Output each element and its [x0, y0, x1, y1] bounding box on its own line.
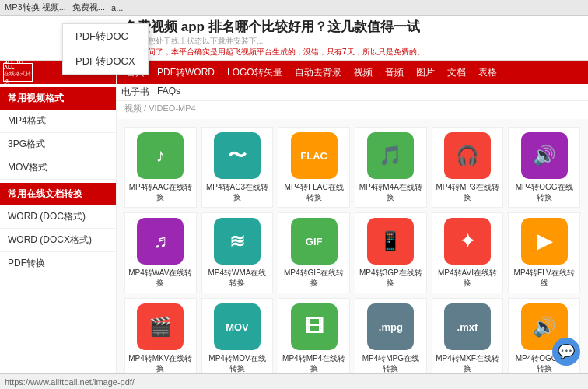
icon-label-15: MP4转MPG在线转换 [359, 353, 423, 373]
article-main-title: 免费视频 app 排名哪个比较好用？这几款值得一试 [124, 18, 464, 36]
nav-table[interactable]: 表格 [472, 61, 503, 84]
breadcrumb: 视频 / VIDEO-MP4 [117, 101, 588, 116]
chat-button[interactable]: 💬 [552, 338, 580, 366]
icon-label-3: MP4转M4A在线转换 [359, 182, 423, 202]
nav-bg-remove[interactable]: 自动去背景 [289, 61, 348, 84]
nav-ebook[interactable]: 电子书 [121, 86, 149, 99]
bottom-bar: https://www.allttoall.net/image-pdf/ [0, 373, 588, 389]
icon-label-6: MP4转WAV在线转换 [128, 268, 193, 288]
icon-label-8: MP4转GIF在线转换 [282, 268, 346, 288]
sidebar-item-mp4[interactable]: MP4格式 [0, 110, 116, 133]
icon-label-9: MP4转3GP在线转换 [359, 268, 423, 288]
icon-item-15[interactable]: .mpgMP4转MPG在线转换 [355, 298, 427, 379]
logo[interactable]: ALL TO ALL 在线格式转换 [3, 63, 33, 82]
nav-video[interactable]: 视频 [348, 61, 379, 84]
nav-audio[interactable]: 音频 [379, 61, 410, 84]
icon-label-0: MP4转AAC在线转换 [128, 182, 193, 202]
status-url: https://www.allttoall.net/image-pdf/ [5, 377, 135, 387]
icon-item-3[interactable]: 🎵MP4转M4A在线转换 [355, 127, 427, 208]
icon-item-10[interactable]: ✦MP4转AVI在线转换 [432, 212, 504, 293]
nav-logo-convert[interactable]: LOGO转矢量 [221, 61, 289, 84]
tab3[interactable]: a... [111, 3, 123, 12]
dropdown-item-pdf-doc[interactable]: PDF转DOC [63, 24, 148, 49]
dropdown-item-pdf-docx[interactable]: PDF转DOCX [63, 49, 148, 74]
content-area: ♪MP4转AAC在线转换〜MP4转AC3在线转换FLACMP4转FLAC在线转换… [117, 119, 588, 389]
icon-label-13: MP4转MOV在线转换 [205, 353, 270, 373]
icon-item-6[interactable]: ♬MP4转WAV在线转换 [124, 212, 197, 293]
icon-label-11: MP4转FLV在线转线 [512, 268, 576, 288]
icon-grid: ♪MP4转AAC在线转换〜MP4转AC3在线转换FLACMP4转FLAC在线转换… [121, 124, 583, 382]
sidebar-item-pdf[interactable]: PDF转换 [0, 252, 116, 275]
icon-item-4[interactable]: 🎧MP4转MP3在线转换 [432, 127, 504, 208]
icon-item-14[interactable]: 🎞MP4转MP4在线转换 [278, 298, 350, 379]
sidebar-section-video: 常用视频格式 [0, 87, 116, 110]
icon-item-5[interactable]: 🔊MP4转OGG在线转换 [508, 127, 580, 208]
icon-item-12[interactable]: 🎬MP4转MKV在线转换 [124, 298, 197, 379]
sidebar: ALL TO ALL 在线格式转换 PDF转DOC PDF转DOCX 常用视频格… [0, 61, 117, 389]
icon-label-2: MP4转FLAC在线转换 [282, 182, 346, 202]
icon-label-7: MP4转WMA在线转换 [205, 268, 270, 288]
icon-item-0[interactable]: ♪MP4转AAC在线转换 [124, 127, 197, 208]
icon-label-1: MP4转AC3在线转换 [205, 182, 270, 202]
tab1[interactable]: MP3转换 视频... [5, 2, 66, 13]
nav-pdf-word[interactable]: PDF转WORD [151, 61, 221, 84]
sidebar-section-doc: 常用在线文档转换 [0, 183, 116, 205]
sidebar-item-word-docx[interactable]: WORD (DOCX格式) [0, 229, 116, 252]
icon-label-4: MP4转MP3在线转换 [436, 182, 500, 202]
icon-item-13[interactable]: MOVMP4转MOV在线转换 [201, 298, 274, 379]
icon-item-16[interactable]: .mxfMP4转MXF在线转换 [432, 298, 504, 379]
icon-item-2[interactable]: FLACMP4转FLAC在线转换 [278, 127, 350, 208]
top-nav: 首页 PDF转WORD LOGO转矢量 自动去背景 视频 音频 图片 文档 表格 [117, 61, 588, 84]
dropdown-menu: PDF转DOC PDF转DOCX [62, 23, 149, 75]
nav-doc[interactable]: 文档 [441, 61, 472, 84]
icon-item-7[interactable]: ≋MP4转WMA在线转换 [201, 212, 274, 293]
icon-item-8[interactable]: GIFMP4转GIF在线转换 [278, 212, 350, 293]
icon-item-11[interactable]: ▶MP4转FLV在线转线 [508, 212, 580, 293]
article-subtitle: 请确保您处于线上状态以下载并安装下... [124, 36, 464, 47]
nav-faqs[interactable]: FAQs [157, 86, 180, 99]
icon-label-14: MP4转MP4在线转换 [282, 353, 346, 373]
tab2[interactable]: 免费视... [72, 2, 105, 13]
icon-label-16: MP4转MXF在线转换 [436, 353, 500, 373]
sidebar-item-mov[interactable]: MOV格式 [0, 156, 116, 180]
icon-label-10: MP4转AVI在线转换 [436, 268, 500, 288]
browser-bar: MP3转换 视频... 免费视... a... [0, 0, 588, 16]
icon-label-12: MP4转MKV在线转换 [128, 353, 193, 373]
article-note: 亲，别问了，本平台确实是用起飞视频平台生成的，没错，只有7天，所以只是免费的。 [124, 47, 464, 58]
icon-label-5: MP4转OGG在线转换 [512, 182, 576, 202]
icon-item-1[interactable]: 〜MP4转AC3在线转换 [201, 127, 274, 208]
sidebar-item-word-doc[interactable]: WORD (DOC格式) [0, 205, 116, 229]
sidebar-item-3pg[interactable]: 3PG格式 [0, 133, 116, 156]
nav-image[interactable]: 图片 [410, 61, 441, 84]
icon-item-9[interactable]: 📱MP4转3GP在线转换 [355, 212, 427, 293]
